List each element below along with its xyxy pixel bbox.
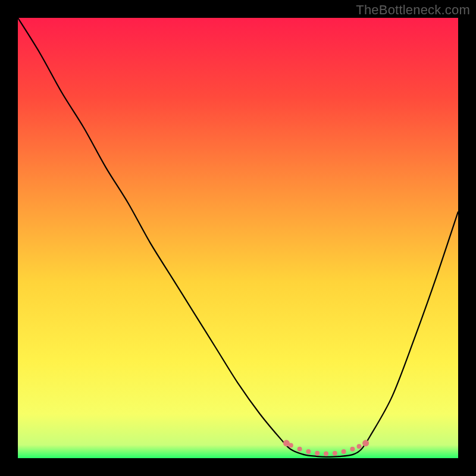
highlight-dot [362, 440, 369, 446]
gradient-background [18, 18, 458, 458]
highlight-dot [324, 452, 328, 456]
highlight-dot [357, 444, 362, 449]
watermark-text: TheBottleneck.com [356, 2, 470, 18]
highlight-dot [342, 449, 346, 454]
highlight-dot [315, 451, 320, 456]
highlight-dot [298, 447, 302, 452]
highlight-dot [350, 447, 355, 452]
chart-container: TheBottleneck.com [0, 0, 476, 476]
highlight-dot [289, 443, 293, 448]
chart-svg [18, 18, 458, 458]
plot-frame [18, 18, 458, 458]
highlight-dot [333, 451, 337, 456]
highlight-dot [306, 449, 311, 454]
